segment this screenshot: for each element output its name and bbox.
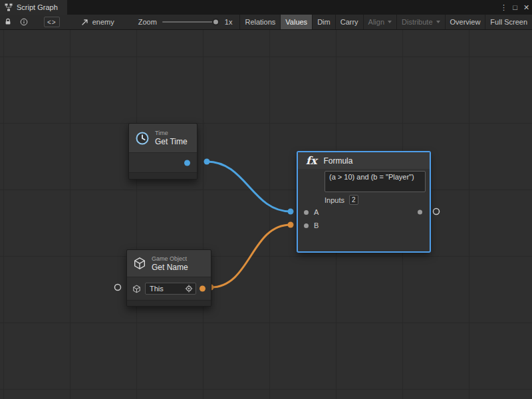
formula-output-ring-port[interactable] (434, 209, 440, 215)
node-header: Game Object Get Name (127, 250, 211, 277)
formula-input-port-a[interactable] (304, 210, 309, 215)
zoom-value: 1x (225, 18, 233, 26)
formula-output-port[interactable] (418, 210, 422, 215)
formula-fx-icon: fx (306, 156, 317, 166)
getname-output-port[interactable] (200, 286, 205, 292)
node-get-name[interactable]: Game Object Get Name This (126, 249, 211, 307)
titlebar: Script Graph ⋮ □ ✕ (0, 0, 532, 15)
script-graph-window: Script Graph ⋮ □ ✕ <> ene (0, 0, 532, 399)
cube-icon (132, 285, 141, 293)
graph-name-label: enemy (92, 18, 114, 26)
lock-button[interactable] (0, 15, 16, 29)
lock-icon (4, 18, 12, 26)
node-category: Time (155, 130, 188, 137)
code-view-button[interactable]: <> (44, 17, 60, 27)
info-button[interactable] (16, 15, 32, 29)
toolbar-buttons: Relations Values Dim Carry Align Distrib… (239, 15, 532, 29)
distribute-dropdown[interactable]: Distribute (396, 15, 444, 29)
inputs-count-input[interactable]: 2 (349, 195, 358, 205)
window-title: Script Graph (17, 3, 58, 11)
carry-button[interactable]: Carry (335, 15, 363, 29)
zoom-slider-handle[interactable] (212, 19, 219, 26)
wire-endpoint-dot (288, 209, 294, 215)
formula-port-row-b: B (298, 219, 430, 232)
wires-layer (0, 30, 532, 399)
node-title: Get Time (155, 137, 188, 146)
cube-icon (133, 257, 146, 270)
maximize-button[interactable]: □ (509, 0, 521, 15)
target-object-value: This (150, 285, 164, 293)
wire-endpoint-dot (288, 222, 294, 228)
relations-button[interactable]: Relations (239, 15, 280, 29)
formula-expression-input[interactable]: (a > 10) and (b = "Player") (325, 171, 426, 192)
inputs-label: Inputs (325, 196, 344, 204)
formula-input-port-b[interactable] (304, 223, 309, 228)
clock-icon (135, 131, 150, 146)
port-label: B (314, 221, 319, 229)
node-header: fx Formula (298, 152, 430, 169)
node-footer (127, 300, 211, 306)
window-menu-button[interactable]: ⋮ (498, 0, 509, 15)
wire-endpoint-dot (204, 159, 210, 165)
zoom-slider[interactable] (162, 21, 219, 23)
zoom-control: Zoom 1x (138, 15, 233, 29)
node-header: Time Get Time (129, 124, 197, 153)
node-formula[interactable]: fx Formula (a > 10) and (b = "Player") I… (297, 152, 430, 252)
full-screen-button[interactable]: Full Screen (485, 15, 532, 29)
node-category: Game Object (152, 255, 188, 263)
values-button[interactable]: Values (280, 15, 312, 29)
node-title: Formula (323, 156, 352, 166)
wire-gettime-to-formula-a[interactable] (207, 162, 291, 211)
node-get-time[interactable]: Time Get Time (128, 123, 198, 180)
dropdown-arrow-icon (388, 21, 392, 23)
graph-pointer-icon (81, 18, 89, 26)
graph-canvas[interactable]: Time Get Time fx Formula (a > 10) and (b… (0, 30, 532, 399)
target-object-field[interactable]: This (145, 283, 196, 295)
getname-input-ring-port[interactable] (115, 285, 121, 291)
node-title: Get Name (152, 263, 188, 272)
info-icon (20, 18, 28, 26)
node-footer (129, 172, 197, 179)
port-label: A (314, 208, 319, 216)
formula-port-row-a: A (298, 205, 430, 219)
align-dropdown[interactable]: Align (363, 15, 396, 29)
wire-getname-to-formula-b[interactable] (211, 225, 291, 287)
zoom-label: Zoom (138, 18, 157, 26)
tab-script-graph[interactable]: Script Graph (0, 0, 67, 15)
close-button[interactable]: ✕ (521, 0, 532, 15)
script-graph-icon (5, 3, 13, 11)
window-controls: ⋮ □ ✕ (498, 0, 532, 15)
dim-button[interactable]: Dim (312, 15, 335, 29)
target-picker-icon[interactable] (185, 285, 193, 293)
dropdown-arrow-icon (436, 21, 440, 23)
graph-reference[interactable]: enemy (81, 15, 114, 29)
gettime-output-port[interactable] (184, 160, 190, 166)
graph-toolbar: <> enemy Zoom 1x Relations Values Dim Ca… (0, 15, 532, 30)
overview-button[interactable]: Overview (445, 15, 485, 29)
